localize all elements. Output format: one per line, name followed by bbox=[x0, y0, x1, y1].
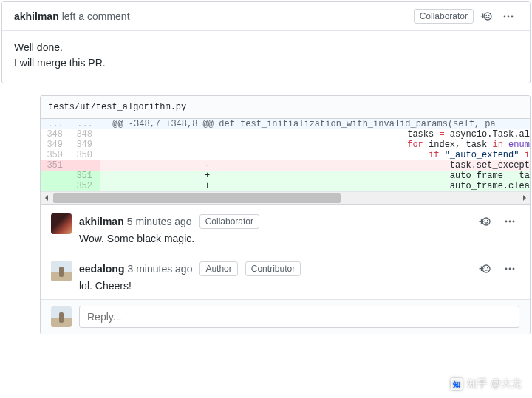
expand-hunk-button[interactable]: ... bbox=[41, 119, 70, 129]
diff-code: for index, task in enumerate(tasks): bbox=[315, 140, 530, 150]
line-number-old[interactable]: 349 bbox=[41, 140, 70, 150]
line-number-new[interactable]: 351 bbox=[70, 171, 100, 181]
line-number-new[interactable]: 348 bbox=[70, 129, 100, 140]
line-number-new[interactable] bbox=[70, 160, 100, 171]
comment-body: Well done. I will merge this PR. bbox=[2, 31, 530, 83]
diff-sign: - bbox=[100, 160, 315, 171]
svg-point-3 bbox=[488, 15, 490, 16]
svg-point-19 bbox=[509, 268, 511, 270]
diff-code: tasks = asyncio.Task.all_tasks() bbox=[315, 129, 530, 140]
diff-sign bbox=[100, 140, 315, 150]
svg-text:+: + bbox=[479, 264, 484, 274]
line-number-old[interactable]: 351 bbox=[41, 160, 70, 171]
add-reaction-button[interactable]: + bbox=[475, 261, 494, 277]
diff-code: auto_frame.clear() bbox=[315, 181, 530, 191]
diff-sign: + bbox=[100, 181, 315, 191]
smiley-plus-icon: + bbox=[479, 263, 491, 275]
svg-point-9 bbox=[485, 220, 486, 222]
add-reaction-button[interactable]: + bbox=[475, 213, 494, 230]
expand-hunk-button[interactable]: ... bbox=[70, 119, 100, 129]
comment-line: I will merge this PR. bbox=[14, 55, 518, 71]
role-badge: Author bbox=[200, 261, 237, 276]
comment-author[interactable]: akhilman bbox=[14, 10, 59, 22]
svg-text:+: + bbox=[480, 11, 485, 21]
diff-line[interactable]: 350350 if "_auto_extend" in str(task): bbox=[41, 150, 530, 160]
scrollbar-thumb[interactable] bbox=[53, 193, 341, 203]
kebab-icon bbox=[505, 264, 515, 274]
diff-line[interactable]: 352+ auto_frame.clear() bbox=[41, 181, 530, 191]
svg-point-4 bbox=[504, 16, 506, 18]
diff-line[interactable]: 348348 tasks = asyncio.Task.all_tasks() bbox=[41, 129, 530, 140]
reply-row bbox=[41, 299, 530, 334]
kebab-icon bbox=[505, 216, 515, 227]
svg-text:+: + bbox=[479, 216, 484, 227]
diff-sign: + bbox=[100, 171, 315, 181]
svg-point-11 bbox=[505, 221, 508, 223]
diff-code: if "_auto_extend" in str(task): bbox=[315, 150, 530, 160]
comment-verb: left a comment bbox=[62, 10, 130, 22]
diff-code: task.set_exception(ValueError()) bbox=[315, 160, 530, 171]
diff-line[interactable]: 349349 for index, task in enumerate(task… bbox=[41, 140, 530, 150]
avatar[interactable] bbox=[51, 213, 72, 234]
line-number-old[interactable]: 350 bbox=[41, 150, 70, 160]
scroll-right-arrow-icon[interactable] bbox=[517, 192, 530, 205]
horizontal-scrollbar[interactable] bbox=[41, 191, 530, 205]
comment-author[interactable]: akhilman bbox=[79, 216, 124, 227]
svg-point-10 bbox=[487, 220, 488, 222]
comment-actions-menu[interactable] bbox=[500, 261, 519, 277]
svg-point-18 bbox=[505, 268, 508, 270]
svg-point-17 bbox=[487, 267, 488, 269]
avatar[interactable] bbox=[51, 261, 72, 281]
comment-time[interactable]: 3 minutes ago bbox=[127, 263, 192, 275]
role-badge: Collaborator bbox=[414, 9, 474, 24]
add-reaction-button[interactable]: + bbox=[477, 8, 496, 24]
comment-actions-menu[interactable] bbox=[500, 213, 519, 230]
scroll-left-arrow-icon[interactable] bbox=[41, 192, 53, 205]
diff-box: tests/ut/test_algorithm.py ...... @@ -34… bbox=[40, 95, 531, 334]
kebab-icon bbox=[503, 11, 514, 21]
svg-point-5 bbox=[508, 16, 510, 18]
review-comment: eedalong 3 minutes agoAuthorContributor+… bbox=[41, 252, 530, 299]
diff-sign bbox=[100, 150, 315, 160]
svg-point-20 bbox=[513, 268, 515, 270]
diff-sign bbox=[100, 129, 315, 140]
svg-point-2 bbox=[486, 15, 488, 16]
diff-line[interactable]: 351- task.set_exception(ValueError()) bbox=[41, 160, 530, 171]
svg-point-16 bbox=[485, 267, 486, 269]
comment-text: lol. Cheers! bbox=[79, 280, 519, 292]
hunk-header: @@ -348,7 +348,8 @@ def test_initializat… bbox=[100, 119, 530, 129]
comment-time[interactable]: 5 minutes ago bbox=[127, 216, 192, 227]
comment-header: akhilman left a comment Collaborator + bbox=[2, 2, 530, 31]
role-badge: Contributor bbox=[245, 261, 301, 276]
line-number-new[interactable]: 352 bbox=[70, 181, 100, 191]
svg-point-6 bbox=[511, 16, 514, 18]
diff-file-path[interactable]: tests/ut/test_algorithm.py bbox=[41, 96, 530, 119]
reply-input[interactable] bbox=[79, 306, 519, 328]
svg-point-12 bbox=[509, 221, 511, 223]
avatar[interactable] bbox=[51, 306, 72, 327]
comment-author[interactable]: eedalong bbox=[79, 263, 124, 275]
review-summary-comment: akhilman left a comment Collaborator + W… bbox=[1, 1, 531, 83]
line-number-new[interactable]: 349 bbox=[70, 140, 100, 150]
line-number-old[interactable] bbox=[41, 181, 70, 191]
line-number-new[interactable]: 350 bbox=[70, 150, 100, 160]
smiley-plus-icon: + bbox=[479, 216, 491, 227]
diff-line[interactable]: 351+ auto_frame = task.get_stack()[-1] bbox=[41, 171, 530, 181]
diff-code: auto_frame = task.get_stack()[-1] bbox=[315, 171, 530, 181]
comment-actions-menu[interactable] bbox=[499, 8, 518, 24]
comment-text: Wow. Some black magic. bbox=[79, 233, 519, 244]
comment-line: Well done. bbox=[14, 40, 518, 55]
smiley-plus-icon: + bbox=[480, 10, 492, 22]
review-comment: akhilman 5 minutes agoCollaborator+Wow. … bbox=[41, 205, 530, 252]
svg-point-13 bbox=[513, 221, 515, 223]
line-number-old[interactable]: 348 bbox=[41, 129, 70, 140]
line-number-old[interactable] bbox=[41, 171, 70, 181]
diff-table: ...... @@ -348,7 +348,8 @@ def test_init… bbox=[41, 119, 530, 191]
role-badge: Collaborator bbox=[200, 214, 259, 229]
